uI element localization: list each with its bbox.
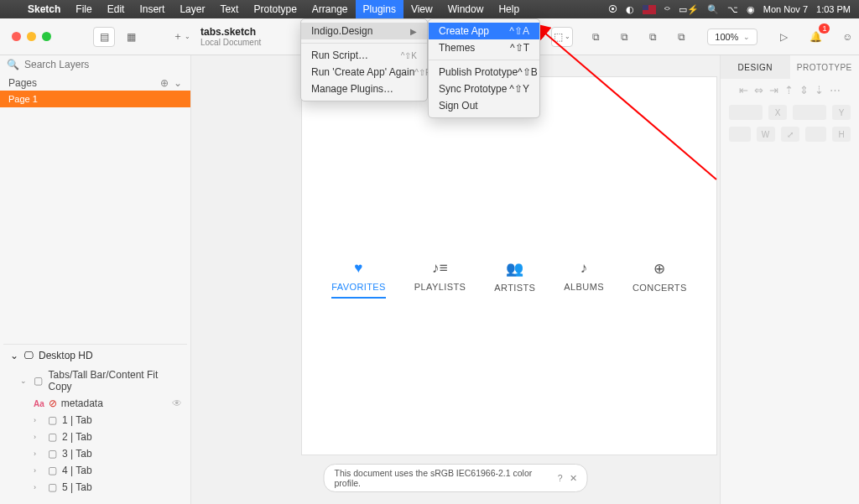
tab-playlists[interactable]: ♪≡PLAYLISTS xyxy=(414,260,466,299)
record-icon[interactable]: ⦿ xyxy=(608,4,617,14)
search-layers-input[interactable] xyxy=(24,59,184,70)
subtract-button[interactable]: ⧉ xyxy=(613,27,635,47)
folder-icon: ▢ xyxy=(46,465,58,476)
help-icon[interactable]: ? xyxy=(558,473,563,483)
menu-item-indigo[interactable]: Indigo.Design ▶ xyxy=(301,23,427,39)
menu-prototype[interactable]: Prototype xyxy=(246,0,304,18)
difference-button[interactable]: ⧉ xyxy=(670,27,692,47)
tab-artists[interactable]: 👥ARTISTS xyxy=(494,260,535,299)
menu-item-label: Indigo.Design xyxy=(311,25,372,37)
inspector-tab-prototype[interactable]: PROTOTYPE xyxy=(790,55,860,79)
input-source-icon[interactable] xyxy=(643,5,656,14)
align-center-h-icon[interactable]: ⇔ xyxy=(754,84,763,96)
tab-concerts[interactable]: ⊕CONCERTS xyxy=(633,260,687,299)
align-bottom-icon[interactable]: ⇣ xyxy=(815,84,824,96)
menu-item-label: Run Script… xyxy=(311,49,368,61)
menubar-time[interactable]: 1:03 PM xyxy=(816,4,851,14)
hidden-icon: ⊘ xyxy=(49,397,57,409)
align-left-icon[interactable]: ⇤ xyxy=(739,84,748,96)
control-center-icon[interactable]: ⌥ xyxy=(727,4,738,15)
align-top-icon[interactable]: ⇡ xyxy=(784,84,794,96)
menu-plugins[interactable]: Plugins xyxy=(356,0,403,18)
submenu-item-publish[interactable]: Publish Prototype ^⇧B xyxy=(429,64,539,81)
menu-item-manage-plugins[interactable]: Manage Plugins… xyxy=(301,81,427,97)
tab-favorites[interactable]: ♥FAVORITES xyxy=(331,260,386,299)
wifi-icon[interactable]: ⌔ xyxy=(664,4,670,14)
layer-tab-1[interactable]: ›▢1 | Tab xyxy=(3,412,187,429)
menu-view[interactable]: View xyxy=(403,0,440,18)
submenu-item-create-app[interactable]: Create App ^⇧A xyxy=(429,23,539,39)
visibility-icon[interactable]: 👁 xyxy=(172,397,182,409)
preview-button[interactable]: ▷ xyxy=(773,27,794,47)
menu-arrange[interactable]: Arrange xyxy=(305,0,356,18)
close-icon[interactable]: ✕ xyxy=(570,473,577,483)
layer-label: 4 | Tab xyxy=(62,465,92,476)
toolbar-layer-list-button[interactable]: ▤ xyxy=(93,27,115,47)
shortcut-label: ^⇧A xyxy=(509,25,529,37)
layer-tab-2[interactable]: ›▢2 | Tab xyxy=(3,429,187,445)
tabs-component: ♥FAVORITES ♪≡PLAYLISTS 👥ARTISTS ♪ALBUMS … xyxy=(327,260,691,299)
align-right-icon[interactable]: ⇥ xyxy=(769,84,778,96)
layer-tab-3[interactable]: ›▢3 | Tab xyxy=(3,445,187,462)
add-page-icon[interactable]: ⊕ xyxy=(160,77,169,89)
notification-badge: 1 xyxy=(819,23,830,34)
folder-icon: ▢ xyxy=(46,448,58,460)
toolbar-components-button[interactable]: ▦ xyxy=(120,27,142,47)
layer-group[interactable]: ⌄ ▢ Tabs/Tall Bar/Content Fit Copy xyxy=(3,366,187,395)
inspector-field[interactable] xyxy=(729,105,763,120)
spotlight-icon[interactable]: 🔍 xyxy=(707,4,719,15)
close-window-button[interactable] xyxy=(12,32,21,41)
heart-icon: ♥ xyxy=(354,260,363,277)
distribute-icon[interactable]: ⋯ xyxy=(830,84,841,96)
inspector-field[interactable] xyxy=(793,105,826,120)
artboard-desktop-hd[interactable]: ♥FAVORITES ♪≡PLAYLISTS 👥ARTISTS ♪ALBUMS … xyxy=(302,77,716,455)
inspector-field[interactable] xyxy=(805,127,827,142)
collapse-pages-icon[interactable]: ⌄ xyxy=(174,77,182,89)
menu-help[interactable]: Help xyxy=(491,0,527,18)
zoom-select[interactable]: 100% xyxy=(707,29,757,45)
zoom-window-button[interactable] xyxy=(42,32,51,41)
siri-icon[interactable]: ◉ xyxy=(747,4,755,15)
menu-window[interactable]: Window xyxy=(440,0,492,18)
submenu-item-signout[interactable]: Sign Out xyxy=(429,97,539,114)
battery-icon[interactable]: ▭⚡ xyxy=(679,4,699,15)
inspector-tab-design[interactable]: DESIGN xyxy=(721,55,790,79)
union-button[interactable]: ⧉ xyxy=(585,27,607,47)
minimize-window-button[interactable] xyxy=(27,32,36,41)
canvas-area[interactable]: ♥FAVORITES ♪≡PLAYLISTS 👥ARTISTS ♪ALBUMS … xyxy=(191,55,720,504)
align-center-v-icon[interactable]: ⇕ xyxy=(799,84,809,96)
artboard-section[interactable]: ⌄ 🖵 Desktop HD xyxy=(3,344,187,366)
zoom-status-icon[interactable]: ◐ xyxy=(626,4,634,15)
menu-item-run-again[interactable]: Run 'Create App' Again ^⇧R xyxy=(301,64,427,81)
layer-metadata[interactable]: Aa ⊘ metadata 👁 xyxy=(3,395,187,412)
insert-button[interactable]: ＋⌄ xyxy=(170,27,192,47)
submenu-item-sync[interactable]: Sync Prototype ^⇧Y xyxy=(429,81,539,97)
people-icon: 👥 xyxy=(506,260,523,278)
scale-button[interactable]: ⬚⌄ xyxy=(551,27,573,47)
menu-insert[interactable]: Insert xyxy=(132,0,172,18)
inspector-lock-icon[interactable]: ⤢ xyxy=(781,127,799,142)
layer-tab-5[interactable]: ›▢5 | Tab xyxy=(3,479,187,496)
intersect-button[interactable]: ⧉ xyxy=(642,27,664,47)
menu-text[interactable]: Text xyxy=(212,0,246,18)
menu-edit[interactable]: Edit xyxy=(100,0,133,18)
menubar-date[interactable]: Mon Nov 7 xyxy=(763,4,808,14)
inspector-field[interactable] xyxy=(729,127,751,142)
tab-label: FAVORITES xyxy=(331,282,386,292)
tab-label: ARTISTS xyxy=(494,283,535,293)
account-button[interactable]: ☺ xyxy=(836,27,858,47)
shortcut-label: ^⇧Y xyxy=(509,83,529,95)
page-item-1[interactable]: Page 1 xyxy=(0,91,190,107)
menu-item-run-script[interactable]: Run Script… ^⇧K xyxy=(301,47,427,64)
submenu-arrow-icon: ▶ xyxy=(410,27,417,36)
tab-albums[interactable]: ♪ALBUMS xyxy=(564,260,604,299)
layer-tab-4[interactable]: ›▢4 | Tab xyxy=(3,462,187,479)
document-title-block[interactable]: tabs.sketch Local Document xyxy=(200,26,261,47)
menu-file[interactable]: File xyxy=(68,0,99,18)
app-name[interactable]: Sketch xyxy=(20,3,68,15)
window-controls xyxy=(0,32,51,41)
inspector-y-label: Y xyxy=(832,105,851,120)
submenu-item-themes[interactable]: Themes ^⇧T xyxy=(429,39,539,56)
menu-layer[interactable]: Layer xyxy=(172,0,212,18)
notifications-button[interactable]: 🔔 1 xyxy=(804,27,826,47)
